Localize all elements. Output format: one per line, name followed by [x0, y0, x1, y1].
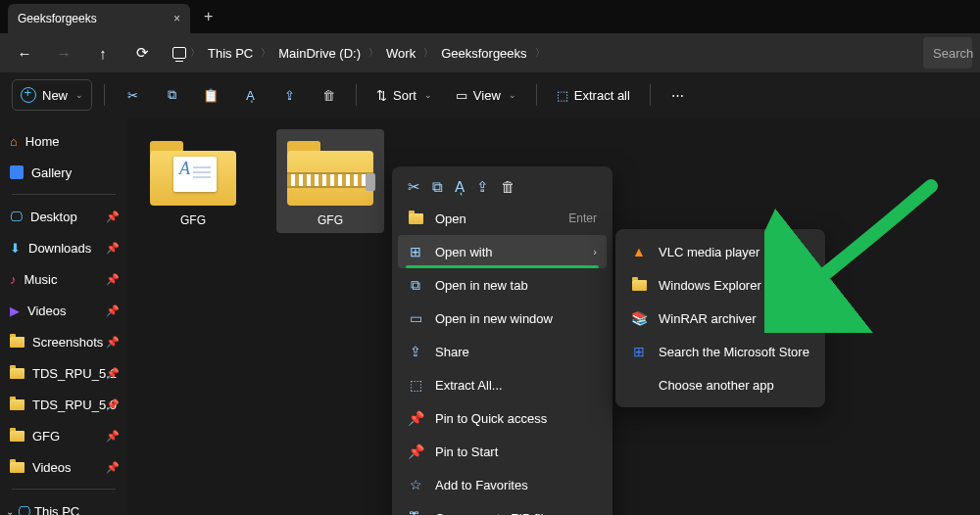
ctx-favorites[interactable]: ☆Add to Favorites [398, 468, 607, 501]
star-icon: ☆ [408, 477, 423, 492]
breadcrumb[interactable]: 〉 This PC 〉 MainDrive (D:) 〉 Work 〉 Geek… [165, 37, 917, 69]
folder-icon [632, 280, 647, 291]
plus-circle-icon [21, 87, 36, 103]
folder-icon [10, 337, 24, 348]
file-item-selected[interactable]: GFG [276, 129, 384, 233]
paste-button[interactable]: 📋 [195, 79, 226, 111]
ctx-label: Pin to Quick access [435, 411, 547, 426]
refresh-button[interactable]: ⟳ [125, 36, 159, 70]
openwith-icon: ⊞ [408, 244, 423, 259]
sidebar-item-tds2[interactable]: TDS_RPU_5.0📌 [0, 389, 127, 420]
ctx-label: Open in new window [435, 311, 553, 326]
pin-icon: 📌 [106, 430, 120, 443]
more-icon: ⋯ [671, 88, 684, 103]
ctx-extract[interactable]: ⬚Extract All... [398, 368, 607, 401]
folder-icon [10, 368, 24, 379]
address-bar: ← → ↑ ⟳ 〉 This PC 〉 MainDrive (D:) 〉 Wor… [0, 33, 980, 72]
ctx-open[interactable]: OpenEnter [398, 202, 607, 235]
ctx-label: Compress to ZIP file [435, 511, 551, 516]
pin-icon: 📌 [106, 273, 120, 286]
up-button[interactable]: ↑ [86, 36, 120, 70]
sidebar-item-gfg[interactable]: GFG📌 [0, 420, 127, 451]
ctx-new-window[interactable]: ▭Open in new window [398, 302, 607, 335]
chevron-icon: 〉 [368, 46, 378, 60]
monitor-icon: 🖵 [18, 504, 30, 516]
ctx-label: Open in new tab [435, 278, 528, 293]
submenu-label: Windows Explorer [659, 278, 761, 293]
paste-icon: 📋 [203, 88, 219, 103]
new-label: New [42, 88, 68, 103]
breadcrumb-item[interactable]: Work [382, 44, 419, 63]
browser-tab[interactable]: Geeksforgeeks × [8, 4, 190, 33]
submenu-winrar[interactable]: 📚WinRAR archiver [621, 302, 819, 335]
file-label: GFG [180, 213, 206, 227]
ctx-hint: Enter [568, 211, 597, 225]
search-input[interactable]: Search [923, 37, 972, 69]
sort-button[interactable]: ⇅ Sort ⌄ [368, 79, 440, 111]
new-button[interactable]: New ⌄ [12, 79, 92, 111]
sidebar-item-gallery[interactable]: Gallery [0, 157, 127, 188]
pin-icon: 📌 [106, 398, 120, 411]
window-icon: ▭ [408, 310, 423, 326]
chevron-icon: 〉 [535, 46, 545, 60]
sidebar-item-music[interactable]: ♪Music📌 [0, 263, 127, 295]
breadcrumb-item[interactable]: This PC [204, 44, 257, 63]
breadcrumb-item[interactable]: Geeksforgeeks [437, 44, 530, 63]
view-button[interactable]: ▭ View ⌄ [448, 79, 524, 111]
extract-icon: ⬚ [557, 88, 568, 103]
ctx-label: Extract All... [435, 378, 503, 393]
ctx-open-with[interactable]: ⊞Open with› [398, 235, 607, 268]
ctx-new-tab[interactable]: ⧉Open in new tab [398, 268, 607, 302]
zip-folder-icon [283, 135, 377, 206]
sidebar-item-home[interactable]: ⌂Home [0, 125, 127, 157]
breadcrumb-item[interactable]: MainDrive (D:) [274, 44, 365, 63]
more-button[interactable]: ⋯ [662, 79, 694, 111]
scissors-icon[interactable]: ✂ [408, 178, 420, 196]
tab-title: Geeksforgeeks [18, 12, 97, 25]
submenu-choose[interactable]: Choose another app [621, 368, 819, 401]
archive-folder-icon [146, 135, 240, 206]
separator [12, 194, 116, 195]
submenu-explorer[interactable]: Windows Explorer [621, 268, 819, 302]
copy-button[interactable]: ⧉ [156, 79, 187, 111]
sidebar-label: TDS_RPU_5.1 [32, 366, 117, 381]
ctx-label: Open [435, 211, 466, 226]
pin-icon: 📌 [106, 211, 120, 223]
rename-icon[interactable]: Aͅ [455, 178, 465, 196]
sidebar-item-tds1[interactable]: TDS_RPU_5.1📌 [0, 357, 127, 389]
new-tab-button[interactable]: + [204, 8, 213, 25]
back-button[interactable]: ← [8, 36, 41, 70]
sidebar-label: TDS_RPU_5.0 [32, 398, 117, 412]
delete-button[interactable]: 🗑 [313, 79, 344, 111]
download-icon: ⬇ [10, 241, 21, 256]
sidebar-label: Videos [32, 460, 72, 475]
sidebar-item-desktop[interactable]: 🖵Desktop📌 [0, 201, 127, 232]
music-icon: ♪ [10, 272, 17, 287]
sidebar-item-videos2[interactable]: Videos📌 [0, 451, 127, 483]
monitor-icon: 🖵 [10, 210, 23, 224]
extract-all-button[interactable]: ⬚ Extract all [549, 79, 638, 111]
tab-bar: Geeksforgeeks × + [0, 0, 980, 33]
file-item[interactable]: GFG [139, 129, 247, 233]
ctx-pin-start[interactable]: 📌Pin to Start [398, 435, 607, 468]
sidebar-item-downloads[interactable]: ⬇Downloads📌 [0, 232, 127, 263]
copy-icon[interactable]: ⧉ [432, 178, 443, 196]
submenu-vlc[interactable]: ▲VLC media player [621, 235, 819, 268]
ctx-share[interactable]: ⇪Share [398, 335, 607, 368]
sidebar-item-videos[interactable]: ▶Videos📌 [0, 295, 127, 326]
sidebar-item-screenshots[interactable]: Screenshots📌 [0, 326, 127, 357]
sidebar-item-thispc[interactable]: ⌄🖵This PC [0, 495, 127, 515]
close-tab-icon[interactable]: × [173, 12, 180, 25]
ctx-pin-qa[interactable]: 📌Pin to Quick access [398, 401, 607, 435]
submenu-store[interactable]: ⊞Search the Microsoft Store [621, 335, 819, 368]
chevron-down-icon: ⌄ [75, 90, 83, 100]
ctx-compress[interactable]: 🗜Compress to ZIP file [398, 501, 607, 515]
trash-icon[interactable]: 🗑 [501, 178, 515, 196]
toolbar: New ⌄ ✂ ⧉ 📋 Aͅ ⇪ 🗑 ⇅ Sort ⌄ ▭ View ⌄ ⬚ E… [0, 72, 980, 117]
cut-button[interactable]: ✂ [117, 79, 148, 111]
separator [356, 84, 357, 106]
forward-button[interactable]: → [47, 36, 80, 70]
share-button[interactable]: ⇪ [273, 79, 305, 111]
rename-button[interactable]: Aͅ [234, 79, 266, 111]
share-icon[interactable]: ⇪ [476, 178, 489, 196]
